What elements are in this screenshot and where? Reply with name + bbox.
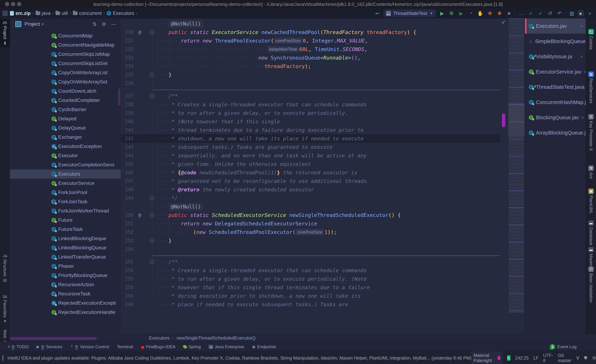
code-line-237[interactable]: 237−····/**	[121, 92, 500, 100]
tree-item-Executors[interactable]: CExecutors	[10, 169, 121, 179]
tree-item-Phaser[interactable]: CPhaser	[10, 262, 121, 271]
code-line-249[interactable]: 249−·····*/	[121, 194, 500, 202]
code-line-252[interactable]: 252············(new ScheduledThreadPoolE…	[121, 228, 500, 236]
fold-open-icon[interactable]: −	[150, 213, 154, 217]
debug-icon[interactable]: ֍	[448, 10, 455, 17]
open-file-Executors.jav[interactable]: CExecutors.jav×	[525, 18, 586, 34]
project-panel-title[interactable]: Project	[24, 21, 40, 27]
stop-icon[interactable]: ■	[506, 10, 513, 17]
tree-item-CyclicBarrier[interactable]: CCyclicBarrier	[10, 105, 121, 114]
code-line-248[interactable]: 248·····* @return the newly created sche…	[121, 185, 500, 194]
close-icon[interactable]: ×	[580, 23, 583, 29]
tree-item-ForkJoinPool[interactable]: CForkJoinPool	[10, 188, 121, 197]
annotation-line[interactable]: ····@NotNull()	[121, 202, 500, 211]
open-file-ConcurrentHashMap.jav[interactable]: CConcurrentHashMap.jav×	[525, 95, 586, 110]
code-line-232[interactable]: 232····································k…	[121, 45, 500, 53]
project-vertical-scrollbar[interactable]	[118, 89, 120, 106]
hector-icon[interactable]: ⛊	[584, 355, 588, 361]
fold-close-icon[interactable]: −	[150, 239, 154, 243]
stripe-item-keypromoterx[interactable]: XKey Promoter X	[586, 114, 596, 151]
toolwindow-button-javaenterprise[interactable]: EEJava Enterprise	[209, 344, 244, 349]
stripe-item-restservices[interactable]: ◍RestServices	[586, 72, 596, 103]
collapse-all-icon[interactable]: ⇅	[92, 21, 97, 27]
tree-item-ExecutorService[interactable]: IExecutorService	[10, 179, 121, 188]
breadcrumb-item-Executors[interactable]: CExecutors	[107, 11, 134, 16]
code-line-253[interactable]: 253−····}	[121, 236, 500, 245]
code-line-258[interactable]: 258·····* however that if this single th…	[121, 283, 500, 292]
run-configuration-selector[interactable]: ThreadStateTest▼	[383, 9, 436, 17]
code-line-251[interactable]: 251········return new DelegatedScheduled…	[121, 219, 500, 228]
code-line-259[interactable]: 259·····* during execution prior to shut…	[121, 292, 500, 300]
run-icon[interactable]: ▶	[439, 10, 446, 17]
fold-open-icon[interactable]: −	[150, 94, 154, 98]
tree-item-ConcurrentNavigableMap[interactable]: IConcurrentNavigableMap	[10, 40, 121, 50]
toolwindow-button-todo[interactable]: ≡6: TODO	[8, 344, 29, 349]
editor-scrollbar-thumb[interactable]	[502, 113, 505, 127]
code-line-234[interactable]: 234···································th…	[121, 62, 500, 71]
code-line-238[interactable]: 238·····* Creates a single-threaded exec…	[121, 100, 500, 109]
tool-window-bars-icon[interactable]	[2, 11, 8, 16]
breadcrumb-item-util[interactable]: util	[56, 11, 68, 16]
editor-breadcrumb-item[interactable]: newSingleThreadScheduledExecutor()	[177, 335, 256, 341]
code-line-256[interactable]: 256·····* Creates a single-threaded exec…	[121, 266, 500, 275]
tree-item-Delayed[interactable]: IDelayed	[10, 114, 121, 123]
code-line-247[interactable]: 247·····* guaranteed not to be reconfigu…	[121, 177, 500, 185]
code-line-255[interactable]: 255−····/**	[121, 258, 500, 266]
tree-item-ForkJoinTask[interactable]: CForkJoinTask	[10, 197, 121, 206]
back-arrow-icon[interactable]: ↩	[374, 10, 381, 17]
code-line-239[interactable]: 239·····* to run after a given delay, or…	[121, 109, 500, 117]
codota-icon[interactable]: >_	[507, 355, 511, 361]
code-line-230[interactable]: 230@−····public static ExecutorService n…	[121, 28, 500, 36]
open-file-ExecutorService.jav[interactable]: IExecutorService.jav×	[525, 64, 586, 79]
chevron-down-icon[interactable]: ▾	[42, 22, 44, 26]
tree-item-RecursiveAction[interactable]: CRecursiveAction	[10, 280, 121, 289]
tree-item-ConcurrentSkipListMap[interactable]: CConcurrentSkipListMap	[10, 50, 121, 59]
code-line-246[interactable]: 246·····* {@code newScheduledThreadPool(…	[121, 168, 500, 177]
stripe-item-project[interactable]: 1: Project▮	[0, 19, 10, 47]
code-line-243[interactable]: 243·····* subsequent tasks.) Tasks are g…	[121, 143, 500, 151]
fold-close-icon[interactable]: −	[150, 73, 154, 77]
tree-item-Exchanger[interactable]: CExchanger	[10, 132, 121, 142]
code-line-260[interactable]: 260·····* place if needed to execute sub…	[121, 300, 500, 309]
status-message[interactable]: IntelliJ IDEA and plugin updates availab…	[7, 356, 471, 361]
profiler-icon[interactable]: ◔	[467, 10, 474, 17]
close-icon[interactable]: ×	[581, 115, 584, 120]
layout-icon[interactable]: ▥	[568, 10, 575, 17]
minimap-viewport[interactable]	[508, 103, 525, 137]
more-icon[interactable]: …	[518, 10, 525, 17]
tree-item-CountDownLatch[interactable]: CCountDownLatch	[10, 87, 121, 96]
editor-breadcrumb-item[interactable]: Executors	[149, 335, 170, 341]
hide-panel-icon[interactable]: —	[111, 21, 116, 27]
breadcrumb-item-java[interactable]: java	[36, 11, 51, 16]
stripe-item-beanvalidation[interactable]: ⛉Bean Validation	[586, 267, 596, 303]
tree-item-ConcurrentSkipListSet[interactable]: CConcurrentSkipListSet	[10, 59, 121, 68]
tree-item-RecursiveTask[interactable]: CRecursiveTask	[10, 289, 121, 298]
toolwindow-button-endpoints[interactable]: ◉Endpoints	[252, 344, 276, 349]
open-file-ArrayBlockingQueue.jav[interactable]: CArrayBlockingQueue.jav×	[525, 125, 586, 140]
toggle-toolwindows-icon[interactable]	[2, 355, 3, 361]
tree-item-CopyOnWriteArrayList[interactable]: CCopyOnWriteArrayList	[10, 68, 121, 77]
fold-open-icon[interactable]: −	[150, 260, 154, 264]
open-file-ThreadStateTest.java[interactable]: CThreadStateTest.java×	[525, 79, 586, 95]
run-anything-icon[interactable]: ▸	[578, 10, 584, 16]
code-line-257[interactable]: 257·····* to run after a given delay, or…	[121, 275, 500, 283]
code-line-245[interactable]: 245·····* given time. Unlike the otherwi…	[121, 160, 500, 168]
code-line-231[interactable]: 231········return new ThreadPoolExecutor…	[121, 36, 500, 45]
toolwindow-button-spring[interactable]: Spring	[183, 344, 201, 349]
tree-item-LinkedBlockingQueue[interactable]: CLinkedBlockingQueue	[10, 243, 121, 252]
code-line-233[interactable]: 233·································new …	[121, 53, 500, 62]
tree-item-RejectedExecutionHandle[interactable]: IRejectedExecutionHandle	[10, 308, 121, 317]
stripe-item-favorites[interactable]: 2: Favorites★	[0, 295, 10, 323]
open-file-BlockingQueue.jav[interactable]: IBlockingQueue.jav×	[525, 110, 586, 125]
tree-item-FutureTask[interactable]: CFutureTask	[10, 225, 121, 234]
rollback-icon[interactable]: ↶	[556, 10, 563, 17]
profile-events-icon[interactable]: ❉	[486, 10, 493, 17]
tree-item-DelayQueue[interactable]: CDelayQueue	[10, 123, 121, 132]
tree-item-ForkJoinWorkerThread[interactable]: CForkJoinWorkerThread	[10, 206, 121, 216]
toolwindow-button-versioncontrol[interactable]: ⇡9: Version Control	[70, 344, 109, 349]
caret-position[interactable]: 242:25	[515, 356, 529, 361]
project-horizontal-scrollbar[interactable]	[10, 337, 97, 340]
code-editor[interactable]: ····@NotNull()230@−····public static Exe…	[121, 18, 500, 334]
stripe-item-ant[interactable]: ⚒Ant	[586, 166, 596, 179]
tree-item-CountedCompleter[interactable]: CCountedCompleter	[10, 96, 121, 105]
